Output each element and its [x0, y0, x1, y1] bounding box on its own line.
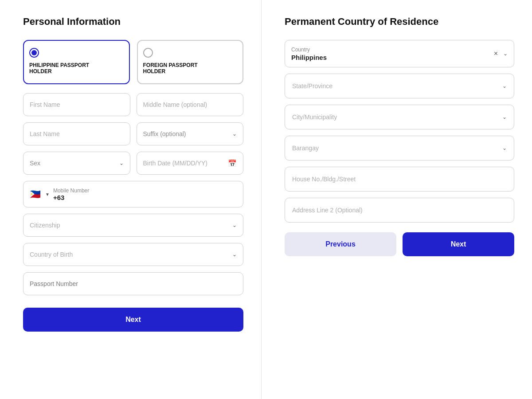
country-actions: × ⌄: [494, 50, 508, 58]
left-panel: Personal Information PHILIPPINE PASSPORT…: [0, 0, 262, 399]
middle-name-input[interactable]: [143, 101, 237, 108]
foreign-passport-card[interactable]: FOREIGN PASSPORTHOLDER: [137, 40, 244, 84]
right-panel-title: Permanent Country of Residence: [285, 16, 514, 27]
country-of-birth-placeholder: Country of Birth: [30, 251, 73, 258]
barangay-field[interactable]: Barangay ⌄: [285, 136, 514, 160]
country-of-birth-chevron-icon: ⌄: [232, 251, 237, 258]
first-name-input[interactable]: [30, 101, 124, 108]
citizenship-field[interactable]: Citizenship ⌄: [23, 214, 243, 237]
name-row-1: [23, 93, 243, 116]
house-no-field[interactable]: [285, 167, 514, 192]
foreign-passport-label: FOREIGN PASSPORTHOLDER: [143, 62, 238, 74]
suffix-placeholder: Suffix (optional): [143, 130, 186, 137]
country-clear-icon[interactable]: ×: [494, 50, 498, 58]
country-of-birth-field[interactable]: Country of Birth ⌄: [23, 243, 243, 266]
country-field-inner: Country Philippines: [291, 47, 327, 61]
calendar-icon: 📅: [228, 159, 237, 168]
right-button-row: Previous Next: [285, 232, 514, 256]
sex-birthdate-row: Sex ⌄ 📅: [23, 152, 243, 175]
citizenship-chevron-icon: ⌄: [232, 222, 237, 228]
state-province-field[interactable]: State/Province ⌄: [285, 74, 514, 98]
mobile-number-field[interactable]: 🇵🇭 ▼ Mobile Number +63: [23, 181, 243, 207]
state-province-placeholder: State/Province: [292, 82, 332, 90]
philippine-passport-label: PHILIPPINE PASSPORTHOLDER: [29, 62, 124, 74]
barangay-placeholder: Barangay: [292, 145, 319, 152]
city-municipality-placeholder: City/Municipality: [292, 113, 337, 121]
mobile-code: +63: [53, 194, 89, 201]
birth-date-field[interactable]: 📅: [137, 152, 244, 175]
country-value: Philippines: [291, 54, 327, 61]
left-panel-title: Personal Information: [23, 16, 243, 27]
right-panel: Permanent Country of Residence Country P…: [262, 0, 532, 399]
last-name-input[interactable]: [30, 130, 124, 137]
sex-field[interactable]: Sex ⌄: [23, 152, 130, 175]
barangay-chevron-icon: ⌄: [502, 145, 507, 151]
country-field[interactable]: Country Philippines × ⌄: [285, 40, 514, 67]
passport-number-field[interactable]: [23, 272, 243, 295]
first-name-field[interactable]: [23, 93, 130, 116]
middle-name-field[interactable]: [137, 93, 244, 116]
philippine-passport-card[interactable]: PHILIPPINE PASSPORTHOLDER: [23, 40, 130, 84]
passport-type-row: PHILIPPINE PASSPORTHOLDER FOREIGN PASSPO…: [23, 40, 243, 84]
address-line2-field[interactable]: [285, 198, 514, 223]
flag-dropdown-icon: ▼: [45, 192, 50, 197]
previous-button[interactable]: Previous: [285, 232, 396, 256]
birth-date-input[interactable]: [143, 160, 227, 167]
citizenship-placeholder: Citizenship: [30, 222, 60, 229]
philippines-flag-icon: 🇵🇭: [30, 189, 41, 200]
mobile-label-block: Mobile Number +63: [53, 188, 89, 201]
mobile-label: Mobile Number: [53, 188, 89, 194]
house-no-input[interactable]: [292, 176, 507, 183]
sex-placeholder: Sex: [30, 160, 40, 167]
passport-number-input[interactable]: [30, 280, 237, 287]
last-name-field[interactable]: [23, 122, 130, 145]
sex-chevron-icon: ⌄: [119, 160, 124, 166]
name-row-2: Suffix (optional) ⌄: [23, 122, 243, 145]
philippine-radio[interactable]: [29, 48, 39, 58]
country-chevron-icon: ⌄: [503, 51, 508, 57]
left-next-button[interactable]: Next: [23, 308, 243, 332]
state-province-chevron-icon: ⌄: [502, 83, 507, 89]
right-next-button[interactable]: Next: [403, 232, 514, 256]
address-line2-input[interactable]: [292, 207, 507, 214]
foreign-radio[interactable]: [143, 48, 153, 58]
city-municipality-chevron-icon: ⌄: [502, 114, 507, 120]
country-sublabel: Country: [291, 47, 327, 53]
suffix-chevron-icon: ⌄: [232, 131, 237, 137]
suffix-field[interactable]: Suffix (optional) ⌄: [137, 122, 244, 145]
city-municipality-field[interactable]: City/Municipality ⌄: [285, 105, 514, 129]
